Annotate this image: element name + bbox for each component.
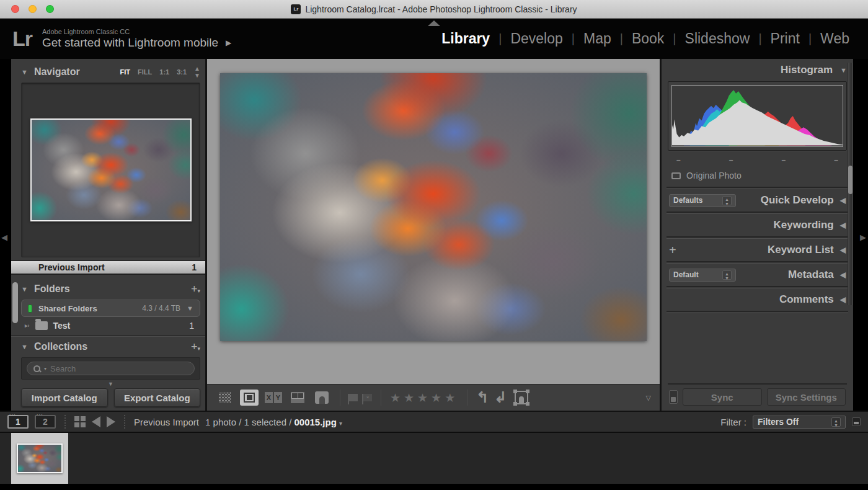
histogram-box — [668, 81, 847, 151]
chevron-down-icon[interactable]: ▼ — [21, 68, 28, 76]
zoom-fill-button[interactable]: FILL — [138, 68, 152, 76]
zoom-fit-button[interactable]: FIT — [120, 68, 131, 76]
right-panel-edge[interactable]: ▶ — [853, 59, 868, 411]
hide-top-panel-icon[interactable] — [428, 20, 440, 26]
clip-mark[interactable]: – — [782, 156, 786, 164]
module-library[interactable]: Library — [433, 30, 498, 47]
collections-search-input[interactable] — [50, 364, 174, 373]
export-catalog-button[interactable]: Export Catalog — [114, 388, 201, 407]
chevron-left-icon[interactable]: ◀ — [840, 221, 846, 229]
chevron-left-icon[interactable]: ◀ — [840, 295, 846, 304]
module-book[interactable]: Book — [623, 30, 673, 47]
add-keyword-button[interactable]: + — [669, 243, 676, 257]
chevron-down-icon[interactable]: ▼ — [840, 66, 847, 74]
zoom-3-1-button[interactable]: 3:1 — [177, 68, 187, 76]
chevron-down-icon[interactable]: ▾ — [339, 420, 342, 427]
sync-button[interactable]: Sync — [683, 388, 762, 406]
people-view-button[interactable] — [312, 390, 331, 406]
filmstrip-status[interactable]: 1 photo / 1 selected / 00015.jpg ▾ — [205, 417, 342, 427]
histogram-panel-header[interactable]: Histogram ▼ — [668, 59, 847, 81]
histogram-clip-indicators: – – – – — [668, 151, 847, 166]
flag-reject-icon[interactable]: × — [363, 394, 372, 401]
folder-item-test[interactable]: ▸› Test 1 — [21, 317, 200, 334]
lightroom-doc-icon: Lr — [291, 4, 301, 14]
metadata-header[interactable]: Default ▲▼ Metadata ◀ — [668, 264, 847, 286]
rotate-left-icon[interactable]: ↰ — [476, 389, 489, 406]
folders-panel-header[interactable]: ▼ Folders +▾ — [21, 278, 200, 300]
loupe-view-button[interactable] — [240, 390, 259, 406]
quick-develop-preset-dropdown[interactable]: Defaults ▲▼ — [669, 194, 736, 207]
original-photo-checkbox[interactable] — [671, 172, 681, 179]
import-catalog-button[interactable]: Import Catalog — [21, 388, 108, 407]
add-collection-button[interactable]: +▾ — [191, 341, 200, 354]
go-to-grid-icon[interactable] — [74, 416, 86, 427]
add-folder-button[interactable]: +▾ — [191, 283, 200, 296]
grid-view-button[interactable] — [216, 390, 234, 406]
zoom-stepper-icon[interactable]: ▲▼ — [194, 65, 200, 79]
clip-mark[interactable]: – — [834, 156, 838, 164]
get-started-label[interactable]: Get started with Lightroom mobile — [42, 36, 218, 50]
play-arrow-icon[interactable]: ▶ — [226, 38, 231, 47]
module-web[interactable]: Web — [812, 30, 858, 47]
filmstrip-source-label[interactable]: Previous Import — [134, 417, 199, 427]
next-photo-icon[interactable] — [107, 416, 115, 427]
chevron-down-icon[interactable]: ▼ — [21, 285, 28, 293]
survey-view-button[interactable] — [288, 390, 307, 406]
sync-switch-icon[interactable] — [669, 390, 678, 404]
collapse-left-panel-icon[interactable]: ◀ — [1, 233, 7, 242]
metadata-preset-dropdown[interactable]: Default ▲▼ — [669, 269, 736, 282]
navigator-thumbnail-image[interactable] — [30, 118, 192, 221]
chevron-down-icon[interactable]: ▼ — [187, 305, 193, 312]
folder-label: Test — [53, 321, 71, 331]
window-title-text: Lightroom Catalog.lrcat - Adobe Photosho… — [305, 4, 577, 14]
clip-mark[interactable]: – — [676, 156, 681, 164]
compare-view-button[interactable]: XY — [264, 390, 283, 406]
module-map[interactable]: Map — [575, 30, 620, 47]
keyword-list-header[interactable]: + Keyword List ◀ — [668, 239, 847, 261]
chevron-left-icon[interactable]: ◀ — [840, 270, 846, 279]
right-panel-scrollbar[interactable] — [848, 166, 852, 194]
navigator-preview[interactable] — [21, 82, 200, 257]
draw-face-region-icon[interactable] — [515, 391, 528, 404]
zoom-1-1-button[interactable]: 1:1 — [159, 68, 169, 76]
module-develop[interactable]: Develop — [502, 30, 571, 47]
collapse-right-panel-icon[interactable]: ▶ — [860, 233, 866, 242]
keywording-header[interactable]: Keywording ◀ — [668, 214, 847, 236]
left-panel-edge[interactable]: ◀ — [0, 59, 11, 411]
quick-develop-header[interactable]: Defaults ▲▼ Quick Develop ◀ — [668, 189, 847, 212]
main-photo[interactable] — [220, 73, 647, 341]
star-rating-control[interactable]: ★★★★★ — [390, 391, 458, 405]
chevron-down-icon[interactable]: ▼ — [21, 343, 28, 350]
flag-pick-icon[interactable] — [349, 394, 358, 401]
volume-shared-folders[interactable]: Shared Folders 4.3 / 4.4 TB ▼ — [21, 300, 200, 317]
catalog-item-count: 1 — [192, 262, 197, 272]
navigator-panel-header[interactable]: ▼ Navigator FIT FILL 1:1 3:1 ▲▼ — [21, 61, 200, 82]
module-slideshow[interactable]: Slideshow — [676, 30, 759, 47]
second-window-button[interactable]: 2 — [35, 415, 56, 429]
filmstrip-selected-cell[interactable] — [11, 433, 68, 484]
module-print[interactable]: Print — [762, 30, 808, 47]
panel-end-arrow-icon[interactable]: ▼ — [21, 381, 200, 387]
clip-mark[interactable]: – — [729, 156, 733, 164]
disclosure-icon[interactable]: ▸› — [25, 323, 30, 329]
filter-toggle-icon[interactable] — [852, 417, 861, 426]
search-options-icon[interactable]: ▾ — [44, 366, 46, 372]
sync-settings-button[interactable]: Sync Settings — [767, 388, 846, 406]
filmstrip-thumbnail-image[interactable] — [17, 443, 63, 473]
chevron-left-icon[interactable]: ◀ — [840, 196, 846, 205]
chevron-left-icon[interactable]: ◀ — [840, 246, 846, 254]
catalog-item-previous-import[interactable]: Previous Import 1 — [11, 261, 205, 275]
collections-panel-header[interactable]: ▼ Collections +▾ — [21, 336, 200, 357]
comments-header[interactable]: Comments ◀ — [668, 288, 847, 311]
filter-dropdown[interactable]: Filters Off ▲▼ — [753, 416, 846, 429]
toolbar-options-icon[interactable]: ▽ — [646, 394, 651, 402]
histogram-chart[interactable] — [672, 86, 843, 146]
volume-usage: 4.3 / 4.4 TB — [142, 304, 180, 313]
previous-photo-icon[interactable] — [92, 416, 100, 427]
main-window-button[interactable]: 1 — [7, 415, 29, 429]
right-panel: Histogram ▼ – – – – — [660, 59, 853, 411]
histogram-luminance — [672, 100, 843, 146]
left-panel-scrollbar[interactable] — [12, 282, 18, 323]
collections-search-box[interactable]: ▾ — [27, 362, 195, 375]
rotate-right-icon[interactable]: ↲ — [494, 389, 507, 406]
